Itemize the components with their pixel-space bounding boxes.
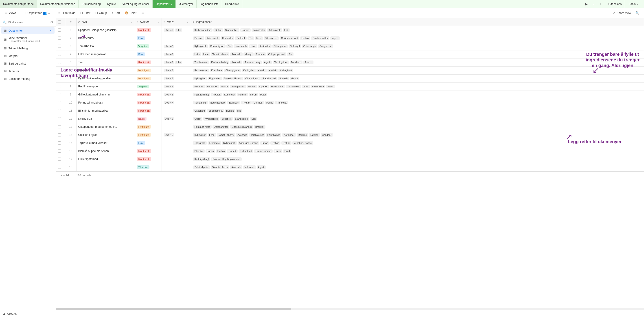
row-6-ingredienser[interactable]: KyllingfiletEggnudlerSweet chili sausCha… <box>191 74 644 82</box>
table-row[interactable]: 16Blomkålsuppe ala AlfsenRødt kjøttBlomk… <box>56 147 644 155</box>
row-6-rett[interactable]: Kyllingwok med eggnudler <box>76 74 135 82</box>
tab-dokumentasjon-fane[interactable]: Dokumentasjon per fane <box>0 0 37 8</box>
header-kategori-dropdown[interactable]: ⌄ <box>157 20 160 23</box>
add-row-button[interactable]: + + Add... <box>59 173 74 178</box>
sidebar-item-trines-matblogg[interactable]: ⊞ Trines Matblogg <box>1 45 54 52</box>
row-12-checkbox[interactable] <box>56 123 65 131</box>
row-3-ingredienser[interactable]: LaksLimeTomat - cherryAvocadoMangoRømmeC… <box>191 50 644 58</box>
row-17-kategori[interactable]: Tilbehør <box>135 163 162 171</box>
row-10-ingredienser[interactable]: OksekjøttSpisspaprikaHvitløkRis <box>191 107 644 115</box>
sidebar-create-button[interactable]: ▲ Create... <box>0 309 56 318</box>
row-2-meny[interactable]: Uke 47 <box>162 42 191 50</box>
row-14-kategori[interactable]: Fisk <box>135 139 162 147</box>
table-row[interactable]: 2BrosmecurryFiskBrosmeKokosmelkKoriander… <box>56 34 644 42</box>
row-6-meny[interactable]: Uke 46 <box>162 74 191 82</box>
sidebar-settings-icon[interactable]: ⚙ <box>50 20 53 24</box>
select-all-checkbox[interactable] <box>58 20 61 23</box>
row-6-kategori[interactable]: Hvitt kjøtt <box>135 74 162 82</box>
row-8-checkbox[interactable] <box>56 91 65 99</box>
sort-button[interactable]: ↕ Sort <box>110 9 122 16</box>
row-10-rett[interactable]: Biffstrimler med paprika <box>76 107 135 115</box>
tab-tools[interactable]: Tools ⌄ <box>626 0 642 8</box>
tab-dokumentasjon-kolonne[interactable]: Dokumentasjon per kolonne <box>37 0 78 8</box>
nav-play-icon[interactable]: ▶ <box>583 1 590 7</box>
row-3-kategori[interactable]: Fisk <box>135 50 162 58</box>
tab-varer[interactable]: Varer og ingredienser <box>120 0 152 8</box>
table-row[interactable]: 8Rød linsesuppeVegetarUke 46RømmeKoriand… <box>56 82 644 91</box>
header-rett[interactable]: A Rett ⌄ <box>76 18 135 26</box>
header-meny-dropdown[interactable]: ⌄ <box>186 20 189 23</box>
row-0-checkbox[interactable] <box>56 26 65 34</box>
row-7-ingredienser[interactable]: RømmeKorianderGulrotStangselleriHvitløkI… <box>191 82 644 91</box>
row-15-ingredienser[interactable]: BlomkålBaconHvitløkH-melkKyllingkraftCrè… <box>191 147 644 155</box>
row-10-checkbox[interactable] <box>56 107 65 115</box>
header-checkbox[interactable] <box>56 18 65 26</box>
row-13-kategori[interactable]: Hvitt kjøtt <box>135 131 162 139</box>
table-row[interactable]: 14Chicken FajitasHvitt kjøttUke 45Kyllin… <box>56 131 644 139</box>
row-7-meny[interactable]: Uke 46 <box>162 82 191 91</box>
header-rett-dropdown[interactable]: ⌄ <box>130 20 133 23</box>
row-1-meny[interactable] <box>162 34 191 42</box>
row-17-meny[interactable] <box>162 163 191 171</box>
table-row[interactable]: 7Kyllingwok med eggnudlerHvitt kjøttUke … <box>56 74 644 82</box>
row-4-ingredienser[interactable]: TortillalefserKarbonadedeigAvocadoTomat … <box>191 58 644 66</box>
row-checkbox[interactable] <box>58 77 61 80</box>
row-8-rett[interactable]: Grillet kjøtt med chimichurri <box>76 91 135 99</box>
header-ingredienser[interactable]: ≡ Ingredienser <box>191 18 644 26</box>
row-11-ingredienser[interactable]: GulrotKyllingskrogSellerirotStangselleri… <box>191 115 644 123</box>
row-10-kategori[interactable]: Rødt kjøtt <box>135 107 162 115</box>
row-16-checkbox[interactable] <box>56 155 65 163</box>
row-5-rett[interactable]: Pasta med sopp i fløtesaus <box>76 66 135 74</box>
row-11-kategori[interactable]: Basis <box>135 115 162 123</box>
row-checkbox[interactable] <box>58 133 61 137</box>
row-12-meny[interactable] <box>162 123 191 131</box>
table-row[interactable]: 18TilbehørSalat - hjerteTomat - cherryAv… <box>56 163 644 171</box>
row-checkbox[interactable] <box>58 165 61 169</box>
row-height-button[interactable]: ⚌ <box>139 9 146 16</box>
sidebar-item-matprat[interactable]: ⊞ Matprat <box>1 52 54 59</box>
row-15-checkbox[interactable] <box>56 147 65 155</box>
row-16-rett[interactable]: Grillet kjøtt med... <box>76 155 135 163</box>
table-row[interactable]: 15Tagliatelle med villrekerFiskTagliatel… <box>56 139 644 147</box>
row-0-ingredienser[interactable]: KarbonadedeigGulrotStangselleriRødvinTom… <box>191 26 644 34</box>
table-row[interactable]: 13Ostepanetter med pommes fr...Hvitt kjø… <box>56 123 644 131</box>
row-checkbox[interactable] <box>58 125 61 128</box>
row-17-checkbox[interactable] <box>56 163 65 171</box>
views-button[interactable]: ☰ Views <box>3 9 18 16</box>
row-11-checkbox[interactable] <box>56 115 65 123</box>
row-checkbox[interactable] <box>58 101 61 104</box>
tab-bruksanvisning[interactable]: Bruksanvisning <box>78 0 104 8</box>
row-2-ingredienser[interactable]: KyllingkraftChampignonRisKokosmelkLimeKo… <box>191 42 644 50</box>
row-11-rett[interactable]: Kyllingkraft <box>76 115 135 123</box>
tab-handleliste[interactable]: Handleliste <box>222 0 242 8</box>
table-row[interactable]: 11Biffstrimler med paprikaRødt kjøttOkse… <box>56 107 644 115</box>
group-button[interactable]: ⊡ Group <box>93 9 109 16</box>
table-row[interactable]: 5TacoRødt kjøttUke 46UkeTortillalefserKa… <box>56 58 644 66</box>
table-row[interactable]: 17Grillet kjøtt med...Rødt kjøttKjøtt (g… <box>56 155 644 163</box>
row-0-kategori[interactable]: Rødt kjøtt <box>135 26 162 34</box>
row-5-kategori[interactable]: Hvitt kjøtt <box>135 66 162 74</box>
table-row[interactable]: 10Penne all'arrabbiataRødt kjøttUke 47To… <box>56 99 644 107</box>
sidebar-item-soett[interactable]: ⊞ Søtt og bakst <box>1 60 54 67</box>
tab-extensions[interactable]: Extensions <box>605 0 625 8</box>
row-9-ingredienser[interactable]: TomatboksRødvinseddikBasilikumHvitløkChi… <box>191 99 644 107</box>
row-8-ingredienser[interactable]: Kjøtt (grilling)RødløkKorianderPersilleS… <box>191 91 644 99</box>
search-button[interactable]: 🔍 <box>633 9 641 16</box>
row-2-checkbox[interactable] <box>56 42 65 50</box>
row-4-kategori[interactable]: Rødt kjøtt <box>135 58 162 66</box>
row-9-checkbox[interactable] <box>56 99 65 107</box>
share-view-button[interactable]: ↗ Share view <box>611 9 633 16</box>
row-13-checkbox[interactable] <box>56 131 65 139</box>
row-3-meny[interactable]: Uke 46 <box>162 50 191 58</box>
row-17-rett[interactable] <box>76 163 135 171</box>
tab-lag-handleliste[interactable]: Lag handleliste <box>196 0 222 8</box>
row-checkbox[interactable] <box>58 69 61 72</box>
table-row[interactable]: 6Pasta med sopp i fløtesausHvitt kjøttUk… <box>56 66 644 74</box>
row-8-meny[interactable]: Uke 46 <box>162 91 191 99</box>
row-checkbox[interactable] <box>58 93 61 96</box>
row-4-meny[interactable]: Uke 46Uke <box>162 58 191 66</box>
row-15-kategori[interactable]: Rødt kjøtt <box>135 147 162 155</box>
filter-button[interactable]: ⊟ Filter <box>78 9 93 16</box>
row-14-meny[interactable] <box>162 139 191 147</box>
row-1-rett[interactable]: Brosmecurry <box>76 34 135 42</box>
